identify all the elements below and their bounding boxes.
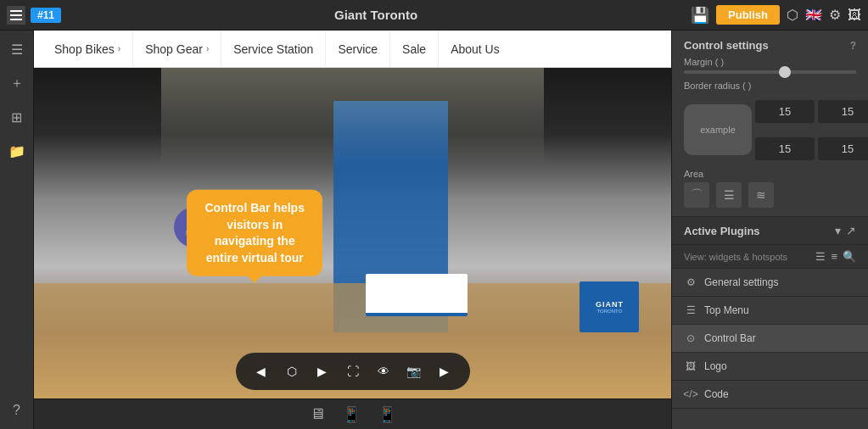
ctrl-fullscreen-button[interactable]: ⛶ xyxy=(339,358,367,385)
image-icon[interactable]: 🖼 xyxy=(848,8,861,23)
nav-item-shop-bikes[interactable]: Shop Bikes › xyxy=(42,31,133,67)
view-icons: ☰ ≡ 🔍 xyxy=(815,250,856,263)
giant-logo-box: GIANT TORONTO xyxy=(580,281,639,332)
border-radius-bottom-right[interactable] xyxy=(818,137,868,160)
nav-item-shop-gear[interactable]: Shop Gear › xyxy=(133,31,221,67)
help-icon[interactable]: ? xyxy=(850,40,856,52)
nav-menu: Shop Bikes › Shop Gear › Service Station… xyxy=(34,31,671,68)
shop-interior: GIANT TORONTO 🚲 Control Bar helps visito… xyxy=(34,68,671,398)
ctrl-play-button[interactable]: ▶ xyxy=(309,358,336,385)
collapse-icon[interactable]: ▾ xyxy=(835,224,841,237)
area-icon-arch[interactable]: ⌒ xyxy=(684,182,709,208)
ceiling-lights xyxy=(161,68,544,167)
chevron-right-icon: › xyxy=(206,44,209,53)
border-radius-label: Border radius ( ) xyxy=(684,81,856,91)
ctrl-photo-button[interactable]: 📷 xyxy=(400,358,428,385)
margin-label: Margin ( ) xyxy=(684,57,856,67)
shop-counter xyxy=(366,274,468,316)
border-radius-bottom-left[interactable] xyxy=(755,137,815,160)
plugin-label-control-bar: Control Bar xyxy=(704,332,756,344)
plugin-item-top-menu[interactable]: ☰ Top Menu xyxy=(672,297,868,325)
view-controls: View: widgets & hotspots ☰ ≡ 🔍 xyxy=(672,245,868,269)
sidebar-icon-menu[interactable]: ☰ xyxy=(5,37,29,61)
sidebar-icon-add[interactable]: ＋ xyxy=(5,71,29,95)
page-title: Giant Toronto xyxy=(61,8,691,22)
plugin-item-general[interactable]: ⚙ General settings xyxy=(672,269,868,297)
mobile-icon[interactable]: 📱 xyxy=(378,405,396,424)
active-plugins-header: Active Plugins ▾ ↗ xyxy=(672,217,868,245)
plugin-item-code[interactable]: </> Code xyxy=(672,381,868,409)
area-icon-list[interactable]: ☰ xyxy=(716,182,742,208)
border-radius-top-right[interactable] xyxy=(818,100,868,123)
area-label: Area xyxy=(684,169,856,179)
border-radius-top-left[interactable] xyxy=(755,100,815,123)
publish-button[interactable]: Publish xyxy=(716,5,780,25)
code-icon: </> xyxy=(684,387,697,401)
desktop-icon[interactable]: 🖥 xyxy=(310,405,325,423)
settings-icon[interactable]: ⚙ xyxy=(829,7,841,23)
nav-item-sale[interactable]: Sale xyxy=(390,31,439,67)
slider-thumb[interactable] xyxy=(779,66,791,78)
active-plugins-title: Active Plugins xyxy=(684,225,760,237)
expand-icon[interactable]: ↗ xyxy=(846,224,856,237)
gear-icon: ⚙ xyxy=(684,276,697,289)
nav-item-service-station[interactable]: Service Station xyxy=(221,31,326,67)
share-icon[interactable]: ⬡ xyxy=(787,7,798,23)
ctrl-share-button[interactable]: ⬡ xyxy=(278,358,305,385)
control-settings-title: Control settings ? xyxy=(684,39,856,52)
plugin-label-logo: Logo xyxy=(704,360,727,372)
giant-logo-sub: TORONTO xyxy=(597,309,623,314)
plugin-label-general: General settings xyxy=(704,276,778,288)
plugin-item-logo[interactable]: 🖼 Logo xyxy=(672,353,868,381)
ctrl-view-button[interactable]: 👁 xyxy=(370,358,397,385)
border-radius-grid: example xyxy=(684,94,856,165)
control-bar-tooltip: Control Bar helps visitors in navigating… xyxy=(187,190,322,276)
plugin-label-top-menu: Top Menu xyxy=(704,304,749,316)
center-area: Shop Bikes › Shop Gear › Service Station… xyxy=(34,31,671,429)
chevron-right-icon: › xyxy=(118,44,120,53)
top-actions: 💾 Publish ⬡ 🇬🇧 ⚙ 🖼 xyxy=(691,5,861,25)
view-icon-grid[interactable]: ≡ xyxy=(831,250,837,263)
area-icons: ⌒ ☰ ≋ xyxy=(684,182,856,208)
border-radius-example: example xyxy=(684,104,752,155)
margin-slider[interactable] xyxy=(684,70,856,74)
view-label: View: widgets & hotspots xyxy=(684,252,787,262)
control-bar: ◀ ⬡ ▶ ⛶ 👁 📷 ▶ xyxy=(236,353,470,390)
left-sidebar: ☰ ＋ ⊞ 📁 ? xyxy=(0,31,34,429)
view-icon-list[interactable]: ☰ xyxy=(815,250,826,263)
main-layout: ☰ ＋ ⊞ 📁 ? Shop Bikes › Shop Gear › Servi… xyxy=(0,31,868,429)
giant-logo-text: GIANT xyxy=(596,300,624,309)
plugin-list: ⚙ General settings ☰ Top Menu ⊙ Control … xyxy=(672,269,868,429)
circle-icon: ⊙ xyxy=(684,332,697,345)
nav-item-about-us[interactable]: About Us xyxy=(439,31,512,67)
ctrl-prev-button[interactable]: ◀ xyxy=(248,358,275,385)
menu-bars-icon: ☰ xyxy=(684,304,697,317)
scene-badge[interactable]: #11 xyxy=(31,8,61,23)
flag-icon[interactable]: 🇬🇧 xyxy=(805,7,822,23)
plugin-item-control-bar[interactable]: ⊙ Control Bar xyxy=(672,325,868,353)
top-bar: #11 Giant Toronto 💾 Publish ⬡ 🇬🇧 ⚙ 🖼 xyxy=(0,0,868,31)
nav-item-service[interactable]: Service xyxy=(326,31,390,67)
control-settings-section: Control settings ? Margin ( ) Border rad… xyxy=(672,31,868,217)
sidebar-icon-folder[interactable]: 📁 xyxy=(5,139,29,163)
save-icon[interactable]: 💾 xyxy=(691,6,709,25)
view-icon-search[interactable]: 🔍 xyxy=(843,250,856,263)
right-panel: Control settings ? Margin ( ) Border rad… xyxy=(671,31,868,429)
tour-view: GIANT TORONTO 🚲 Control Bar helps visito… xyxy=(34,68,671,398)
menu-icon[interactable] xyxy=(7,6,25,25)
sidebar-icon-grid[interactable]: ⊞ xyxy=(5,105,29,129)
plugin-label-code: Code xyxy=(704,388,729,400)
area-icon-signal[interactable]: ≋ xyxy=(748,182,774,208)
image-icon: 🖼 xyxy=(684,359,697,373)
plugin-header-icons: ▾ ↗ xyxy=(835,224,856,237)
device-bar: 🖥 📱 📱 xyxy=(34,398,671,429)
tablet-icon[interactable]: 📱 xyxy=(342,405,361,424)
sidebar-icon-help[interactable]: ? xyxy=(5,398,29,422)
ctrl-next-button[interactable]: ▶ xyxy=(431,358,458,385)
